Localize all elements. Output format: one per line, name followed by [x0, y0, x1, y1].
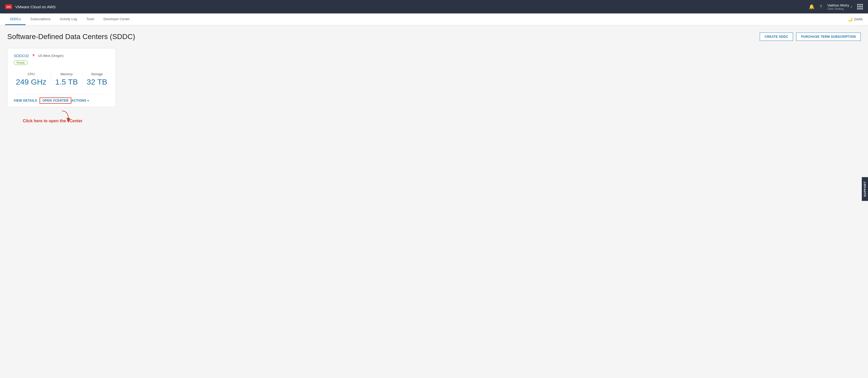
- user-info[interactable]: Vaibhav Mistry Citrix Testing ▾: [828, 3, 852, 10]
- page-header: Software-Defined Data Centers (SDDC) CRE…: [7, 33, 861, 41]
- status-badge: Ready: [14, 60, 28, 65]
- page-title: Software-Defined Data Centers (SDDC): [7, 33, 135, 41]
- storage-metric: Storage 32 TB: [87, 72, 107, 86]
- sddc-name[interactable]: SDDC02: [14, 54, 29, 58]
- secondary-nav: SDDCs Subscriptions Activity Log Tools D…: [0, 13, 868, 25]
- actions-label: ACTIONS: [71, 99, 86, 102]
- actions-chevron-icon: ▾: [87, 99, 89, 102]
- view-details-button[interactable]: VIEW DETAILS: [14, 98, 39, 103]
- top-bar-right: 🔔 ? Vaibhav Mistry Citrix Testing ▾: [809, 3, 863, 10]
- sddc-card-header: SDDC02 📍 US West (Oregon): [14, 54, 109, 58]
- top-bar: vm VMware Cloud on AWS 🔔 ? Vaibhav Mistr…: [0, 0, 868, 13]
- moon-icon: 🌙: [847, 17, 853, 22]
- dark-toggle[interactable]: 🌙 DARK: [847, 17, 863, 22]
- metric-divider-1: [51, 72, 51, 86]
- sddc-card: SDDC02 📍 US West (Oregon) Ready CPU 249 …: [7, 48, 116, 107]
- create-sddc-button[interactable]: CREATE SDDC: [760, 33, 793, 41]
- bell-icon[interactable]: 🔔: [809, 4, 814, 9]
- user-text: Vaibhav Mistry Citrix Testing: [828, 3, 849, 10]
- tab-developer-center[interactable]: Developer Center: [99, 13, 134, 25]
- user-name: Vaibhav Mistry: [828, 3, 849, 7]
- cpu-metric: CPU 249 GHz: [16, 72, 46, 86]
- nav-tabs: SDDCs Subscriptions Activity Log Tools D…: [5, 13, 134, 25]
- memory-label: Memory: [55, 72, 78, 76]
- storage-label: Storage: [87, 72, 107, 76]
- apps-grid-icon[interactable]: [857, 4, 863, 9]
- memory-value: 1.5 TB: [55, 77, 78, 86]
- annotation-text: Click here to open the vCenter: [23, 119, 83, 123]
- dark-label: DARK: [854, 18, 863, 21]
- tab-subscriptions[interactable]: Subscriptions: [26, 13, 55, 25]
- user-chevron-icon[interactable]: ▾: [851, 5, 852, 8]
- tab-activity-log[interactable]: Activity Log: [55, 13, 82, 25]
- open-vcenter-button[interactable]: OPEN VCENTER: [39, 97, 71, 104]
- cpu-label: CPU: [16, 72, 46, 76]
- vmware-logo: vm: [5, 4, 12, 9]
- cpu-value: 249 GHz: [16, 77, 46, 86]
- purchase-term-subscription-button[interactable]: PURCHASE TERM SUBSCRIPTION: [796, 33, 861, 41]
- metric-divider-2: [82, 72, 83, 86]
- header-actions: CREATE SDDC PURCHASE TERM SUBSCRIPTION: [760, 33, 861, 41]
- tab-sddcs[interactable]: SDDCs: [5, 13, 26, 25]
- annotation-area: Click here to open the vCenter: [7, 109, 861, 130]
- main-content: Software-Defined Data Centers (SDDC) CRE…: [0, 25, 868, 137]
- actions-dropdown-button[interactable]: ACTIONS ▾: [71, 99, 89, 102]
- tab-tools[interactable]: Tools: [82, 13, 99, 25]
- memory-metric: Memory 1.5 TB: [55, 72, 78, 86]
- help-icon[interactable]: ?: [820, 4, 822, 9]
- sddc-location: US West (Oregon): [38, 54, 63, 58]
- metrics-row: CPU 249 GHz Memory 1.5 TB Storage 32 TB: [14, 69, 109, 89]
- storage-value: 32 TB: [87, 77, 107, 86]
- location-pin-icon: 📍: [32, 54, 35, 58]
- card-actions: VIEW DETAILS OPEN VCENTER ACTIONS ▾: [14, 94, 109, 107]
- app-title: VMware Cloud on AWS: [15, 5, 56, 9]
- user-org: Citrix Testing: [828, 7, 849, 10]
- top-bar-left: vm VMware Cloud on AWS: [5, 4, 56, 9]
